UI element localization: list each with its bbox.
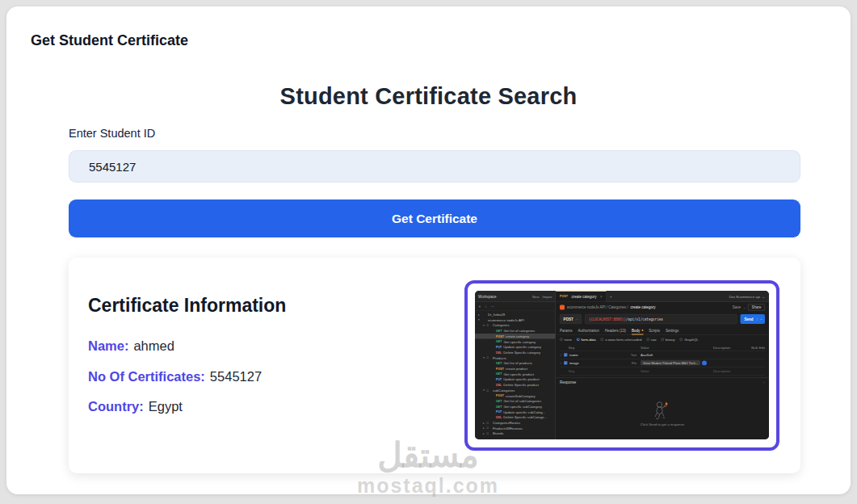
tree-item-label: create category [506, 334, 529, 338]
url-input: {{LOCALHOST:8000}}/api/v1/categories [585, 314, 737, 324]
radio-icon [601, 338, 604, 341]
field-value: ahmed [133, 338, 174, 353]
tree-item-label: Update specific category [503, 345, 541, 349]
radio-icon [646, 338, 649, 341]
tree-item-label: Delete Specific product [503, 383, 539, 387]
tree-item-label: Brands [493, 431, 503, 435]
tree-item-label: Delete Specific subCatego... [503, 415, 547, 419]
field-value: Egypt [149, 399, 183, 414]
tree-item-label: Update specific subCateg... [503, 410, 545, 414]
tree-item-label: CategoriesRoutes [493, 421, 520, 425]
tree-item-label: Get specific category [504, 339, 536, 343]
method-badge: POST [496, 394, 504, 397]
method-badge: POST [496, 334, 504, 338]
new-button: New [532, 294, 540, 298]
request-tabs: Params Authorization Headers (13) Body S… [556, 326, 769, 335]
method-badge: GET [496, 340, 502, 343]
method-badge: DEL [496, 384, 502, 387]
body-mode-row: none form-data [556, 335, 769, 343]
method-badge: DEL [496, 416, 502, 419]
request-tab-item: Body [632, 326, 643, 335]
body-mode-radio: x-www-form-urlencoded [601, 338, 642, 342]
method-badge: PUT [496, 346, 502, 349]
tree-item-label: Delete Specific category [503, 351, 540, 355]
method-badge: PUT [496, 378, 502, 381]
method-badge: GET [496, 372, 502, 376]
method-badge: GET [496, 400, 502, 403]
tree-item: POST create category [475, 334, 556, 339]
request-tab-item: Settings [666, 326, 678, 335]
radio-icon [577, 338, 580, 341]
tree-item: POST create product [475, 366, 556, 372]
astronaut-illustration [646, 399, 679, 422]
tree-item: GET Get list of categories [475, 328, 556, 334]
field-label: Country: [88, 399, 144, 414]
field-label: Name: [88, 338, 128, 353]
tree-item: DEL Delete Specific product [475, 382, 556, 388]
checkbox-checked-icon: ✓ [564, 361, 568, 365]
method-badge: GET [496, 405, 502, 408]
tree-item-label: Get specific subCategory [504, 405, 542, 409]
request-breadcrumb: ecommerce nodeJs API / Categories / crea… [556, 302, 769, 313]
tree-item-label: Dr_heba28 [488, 313, 505, 317]
column-header: Description [713, 346, 730, 350]
folder-icon: □ [487, 356, 492, 360]
body-mode-radio: binary [662, 338, 675, 342]
tree-item: ▾ □ Products [475, 355, 556, 361]
tree-item: GET Get specific product [475, 372, 556, 377]
postman-sidebar: + ↕ ⋯ ▸ [475, 302, 556, 439]
certificate-field-name: Name:ahmed [88, 338, 174, 354]
send-button: Send⌄ [741, 314, 765, 324]
tree-item-label: subCategories [493, 388, 515, 393]
tree-item-label: createSubCategory [506, 393, 536, 397]
request-tab-item: Params [560, 326, 573, 335]
tree-item: ▾ □ Categories [475, 322, 556, 328]
rocket-icon [664, 402, 668, 408]
checkbox-checked-icon: ✓ [564, 353, 568, 357]
student-id-input[interactable] [69, 150, 800, 183]
chevron-down-icon: ⌄ [762, 380, 765, 384]
bulk-edit-link: Bulk Edit [751, 346, 765, 350]
response-section: Response ⌄ [556, 378, 769, 440]
folder-icon: □ [487, 421, 492, 425]
tree-item: ▾ □ subCategories [475, 388, 556, 393]
method-badge: POST [560, 295, 568, 298]
tree-item-label: Get list of subCategories [504, 399, 542, 403]
tree-item-label: Get specific product [504, 372, 535, 376]
postman-screenshot: Workspace New Import POST create categor… [475, 291, 769, 439]
table-placeholder-row: Key Value Description [560, 368, 765, 376]
add-tab-icon: + [607, 291, 615, 302]
field-value: 5545127 [210, 369, 262, 384]
method-badge: DEL [496, 351, 502, 354]
import-button: Import [542, 294, 552, 298]
drag-handle-icon: ⠿ [560, 361, 562, 364]
body-mode-radio: none [560, 338, 572, 342]
method-badge: GET [496, 330, 502, 333]
certificate-info-card: Certificate Information Name:ahmed No Of… [69, 258, 800, 473]
radio-icon [680, 338, 683, 341]
certificate-info-heading: Certificate Information [88, 295, 286, 317]
column-header: Value [641, 346, 713, 350]
postman-app-icon [560, 305, 565, 310]
tree-item: GET Get list of subCategories [475, 398, 556, 404]
folder-icon: □ [487, 426, 492, 430]
tree-item: ▾ ecommerce nodeJs API [475, 317, 556, 323]
tree-item-label: ecommerce nodeJs API [488, 318, 524, 322]
method-badge: POST [496, 368, 504, 371]
drag-handle-icon: ⠿ [560, 353, 562, 356]
tree-item: ▸ □ ProductsWReviews [475, 426, 556, 431]
radio-icon [560, 338, 563, 341]
more-icon: ⋯ [490, 304, 494, 309]
certificate-field-count: No Of Certificates:5545127 [88, 369, 262, 384]
table-row: ⠿ ✓ name Text AaaSoft [560, 351, 765, 359]
chevron-down-icon: ⌄ [762, 294, 765, 298]
request-tab: POST create category × [556, 291, 607, 302]
get-certificate-button[interactable]: Get Certificate [69, 200, 800, 237]
tree-item: DEL Delete Specific subCatego... [475, 414, 556, 420]
tree-arrow-icon: ▾ [478, 318, 482, 321]
search-heading: Student Certificate Search [6, 83, 851, 110]
column-header: Key [560, 346, 641, 350]
close-icon: × [600, 294, 603, 298]
tree-item: GET Get list of products [475, 360, 556, 366]
certificate-screenshot-thumbnail: Workspace New Import POST create categor… [464, 280, 779, 451]
